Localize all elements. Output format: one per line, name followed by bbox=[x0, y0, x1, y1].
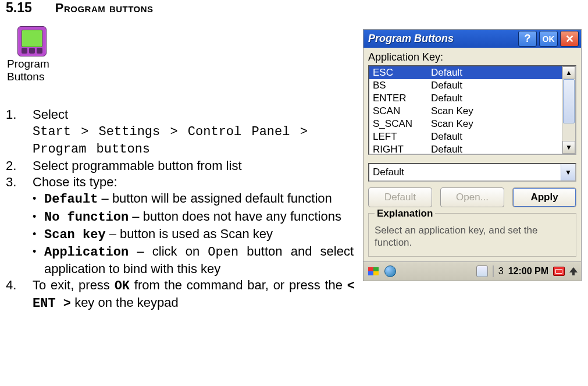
list-row[interactable]: BSDefault bbox=[369, 79, 562, 92]
bullet-icon: • bbox=[33, 226, 41, 243]
step-1-path: Start > Settings > Control Panel > Progr… bbox=[33, 125, 308, 157]
desc-nofunc: – button does not have any functions bbox=[129, 209, 341, 224]
desc-scankey: – button is used as Scan key bbox=[106, 226, 273, 241]
taskbar[interactable]: 3 12:00 PM bbox=[364, 261, 581, 281]
icon-caption-line1: Program bbox=[7, 58, 58, 70]
desc-app-a: – click on bbox=[129, 244, 208, 258]
bullet-icon: • bbox=[33, 208, 41, 226]
step-4-number: 4. bbox=[6, 277, 24, 312]
section-title: Program buttons bbox=[55, 1, 154, 16]
list-row[interactable]: RIGHTDefault bbox=[369, 143, 562, 154]
type-combobox[interactable]: Default ▼ bbox=[368, 163, 576, 182]
start-icon[interactable] bbox=[367, 265, 380, 278]
list-row[interactable]: ESCDefault bbox=[369, 66, 562, 79]
help-button[interactable]: ? bbox=[518, 31, 537, 47]
group-title: Explanation bbox=[375, 207, 435, 219]
list-key: ESC bbox=[373, 67, 431, 79]
list-row[interactable]: SCANScan Key bbox=[369, 105, 562, 118]
default-button[interactable]: Default bbox=[368, 187, 432, 207]
step-2-number: 2. bbox=[6, 158, 24, 174]
network-icon[interactable] bbox=[553, 267, 565, 276]
list-value: Default bbox=[431, 80, 558, 91]
apply-button[interactable]: Apply bbox=[512, 187, 576, 207]
list-value: Scan Key bbox=[431, 105, 558, 117]
up-arrow-icon[interactable] bbox=[569, 267, 578, 275]
term-application: Application bbox=[44, 245, 129, 260]
explanation-group: Explanation Select an application key, a… bbox=[368, 213, 576, 257]
open-button[interactable]: Open... bbox=[440, 187, 504, 207]
window-title: Program Buttons bbox=[368, 33, 516, 45]
step-2-text: Select programmable button from list bbox=[33, 158, 355, 174]
application-key-label: Application Key: bbox=[368, 51, 576, 63]
ok-button[interactable]: OK bbox=[539, 31, 558, 47]
globe-icon[interactable] bbox=[384, 265, 396, 277]
list-key: ENTER bbox=[373, 93, 431, 104]
term-default: Default bbox=[44, 192, 98, 207]
close-button[interactable]: ✕ bbox=[560, 31, 579, 47]
term-scankey: Scan key bbox=[44, 228, 106, 242]
list-key: BS bbox=[373, 80, 431, 91]
step-1-lead: Select bbox=[33, 107, 68, 122]
list-value: Default bbox=[431, 131, 558, 143]
term-open: Open bbox=[208, 245, 238, 260]
list-value: Default bbox=[431, 67, 558, 79]
desc-default: – button will be assigned default functi… bbox=[98, 191, 332, 206]
application-key-listbox[interactable]: ESCDefaultBSDefaultENTERDefaultSCANScan … bbox=[368, 65, 576, 155]
pda-icon bbox=[17, 26, 47, 56]
program-buttons-window: Program Buttons ? OK ✕ Application Key: … bbox=[363, 29, 582, 281]
list-key: SCAN bbox=[373, 105, 431, 117]
list-value: Default bbox=[431, 93, 558, 104]
list-row[interactable]: S_SCANScan Key bbox=[369, 118, 562, 130]
list-key: S_SCAN bbox=[373, 118, 431, 130]
step-3-number: 3. bbox=[6, 174, 24, 277]
step-4-c: key on the keypad bbox=[71, 295, 179, 310]
list-row[interactable]: LEFTDefault bbox=[369, 130, 562, 143]
icon-caption-line2: Buttons bbox=[7, 70, 58, 83]
term-nofunc: No function bbox=[44, 210, 129, 225]
chevron-down-icon[interactable]: ▼ bbox=[561, 164, 575, 180]
scroll-thumb[interactable] bbox=[563, 79, 575, 123]
clock[interactable]: 12:00 PM bbox=[508, 266, 548, 277]
scroll-up-button[interactable]: ▲ bbox=[562, 66, 575, 79]
list-row[interactable]: ENTERDefault bbox=[369, 92, 562, 105]
tray-number: 3 bbox=[498, 266, 504, 277]
combobox-value: Default bbox=[369, 167, 561, 178]
titlebar[interactable]: Program Buttons ? OK ✕ bbox=[364, 30, 581, 48]
explanation-text: Select an application key, and set the f… bbox=[375, 224, 570, 249]
list-key: RIGHT bbox=[373, 144, 431, 154]
bullet-icon: • bbox=[33, 190, 41, 208]
step-1-number: 1. bbox=[6, 107, 24, 158]
term-ok: OK bbox=[115, 279, 130, 293]
tray-icon[interactable] bbox=[476, 265, 488, 277]
step-4-a: To exit, press bbox=[33, 278, 115, 292]
section-number: 5.15 bbox=[6, 0, 32, 16]
list-key: LEFT bbox=[373, 131, 431, 143]
scrollbar[interactable]: ▲ ▼ bbox=[562, 66, 575, 154]
scroll-down-button[interactable]: ▼ bbox=[562, 141, 575, 154]
program-buttons-icon-block: Program Buttons bbox=[6, 26, 58, 83]
step-4-b: from the command bar, or press the bbox=[130, 278, 347, 292]
list-value: Default bbox=[431, 144, 558, 154]
step-3-text: Chose its type: bbox=[33, 174, 355, 190]
bullet-icon: • bbox=[33, 243, 41, 277]
list-value: Scan Key bbox=[431, 118, 558, 130]
